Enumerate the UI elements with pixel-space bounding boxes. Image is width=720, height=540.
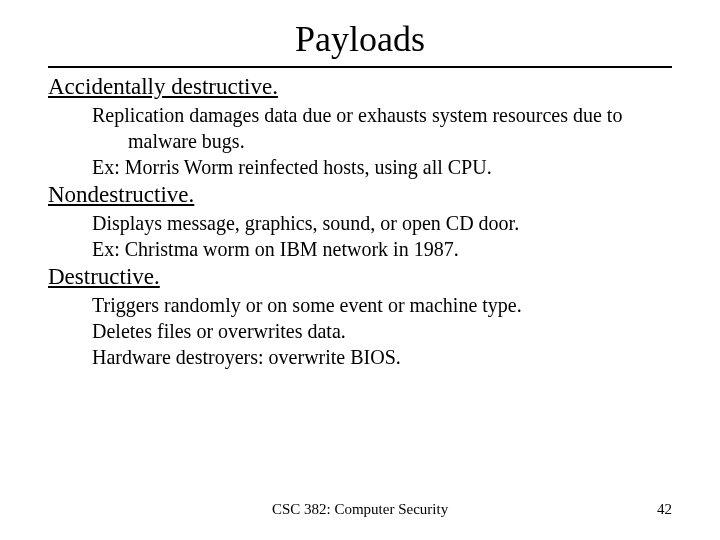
footer-page-number: 42	[657, 501, 672, 518]
section-body-destructive: Triggers randomly or on some event or ma…	[92, 292, 672, 370]
section-heading-accidentally-destructive: Accidentally destructive.	[48, 74, 672, 100]
section-body-nondestructive: Displays message, graphics, sound, or op…	[92, 210, 672, 262]
body-line: Replication damages data due or exhausts…	[92, 102, 672, 154]
body-line: Ex: Morris Worm reinfected hosts, using …	[92, 154, 672, 180]
section-heading-destructive: Destructive.	[48, 264, 672, 290]
body-line: Displays message, graphics, sound, or op…	[92, 210, 672, 236]
section-heading-nondestructive: Nondestructive.	[48, 182, 672, 208]
section-body-accidentally-destructive: Replication damages data due or exhausts…	[92, 102, 672, 180]
body-line: Ex: Christma worm on IBM network in 1987…	[92, 236, 672, 262]
body-line: Triggers randomly or on some event or ma…	[92, 292, 672, 318]
slide-title: Payloads	[48, 18, 672, 64]
body-line: Hardware destroyers: overwrite BIOS.	[92, 344, 672, 370]
slide-footer: CSC 382: Computer Security 42	[0, 501, 720, 518]
footer-course: CSC 382: Computer Security	[272, 501, 448, 518]
title-divider	[48, 66, 672, 68]
body-line: Deletes files or overwrites data.	[92, 318, 672, 344]
